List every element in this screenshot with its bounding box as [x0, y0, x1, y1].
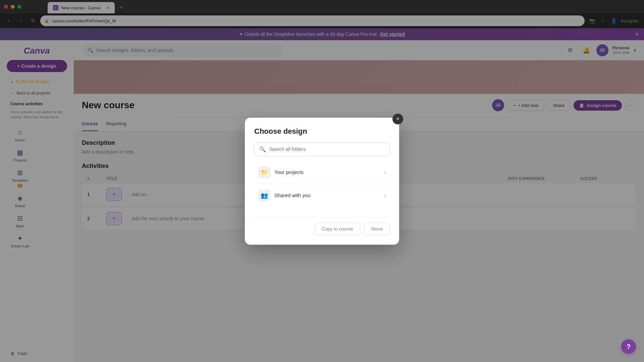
shared-icon: 👥 — [258, 189, 270, 201]
your-projects-item[interactable]: 📁 Your projects › — [254, 162, 390, 183]
folder-icon: 📁 — [258, 166, 270, 178]
choose-design-modal: × Choose design 🔍 📁 Your projects › 👥 Sh… — [245, 118, 399, 245]
move-button[interactable]: Move — [364, 223, 390, 235]
modal-overlay[interactable]: × Choose design 🔍 📁 Your projects › 👥 Sh… — [0, 0, 644, 362]
modal-divider — [254, 184, 390, 184]
copy-to-course-button[interactable]: Copy to course — [315, 223, 360, 235]
modal-title: Choose design — [254, 127, 390, 136]
help-button[interactable]: ? — [621, 339, 636, 354]
modal-close-button[interactable]: × — [392, 114, 403, 124]
modal-search-bar[interactable]: 🔍 — [254, 142, 390, 156]
modal-footer: Copy to course Move — [254, 217, 390, 235]
shared-with-you-label: Shared with you — [274, 192, 380, 198]
modal-search-input[interactable] — [269, 146, 385, 152]
shared-with-you-item[interactable]: 👥 Shared with you › — [254, 185, 390, 206]
your-projects-label: Your projects — [274, 169, 380, 175]
modal-search-icon: 🔍 — [259, 146, 266, 153]
chevron-right-icon: › — [384, 169, 386, 175]
chevron-right-icon-2: › — [384, 192, 386, 198]
